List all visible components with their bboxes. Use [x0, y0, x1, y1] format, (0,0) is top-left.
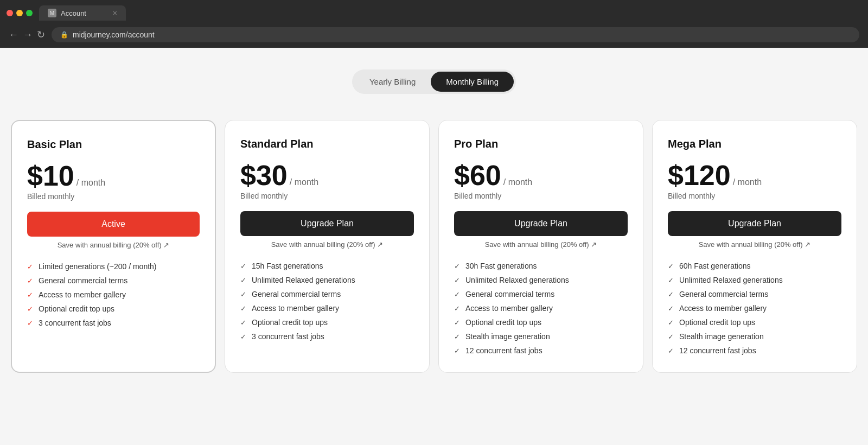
feature-text: General commercial terms	[252, 290, 341, 298]
feature-text: Unlimited Relaxed generations	[465, 276, 569, 284]
tab-close-button[interactable]: ×	[113, 9, 117, 17]
page-content: Yearly Billing Monthly Billing Basic Pla…	[0, 48, 868, 445]
tab-title: Account	[61, 9, 86, 17]
browser-chrome: M Account × ← → ↻ 🔒 midjourney.com/accou…	[0, 0, 868, 48]
billing-note: Billed monthly	[454, 192, 628, 200]
check-icon: ✓	[454, 347, 460, 355]
feature-item: ✓ Optional credit top ups	[454, 318, 628, 327]
plan-card-pro: Pro Plan $60 / month Billed monthly Upgr…	[438, 120, 643, 373]
check-icon: ✓	[668, 319, 674, 327]
feature-item: ✓ Access to member gallery	[27, 290, 200, 299]
feature-item: ✓ 3 concurrent fast jobs	[240, 332, 414, 341]
check-icon: ✓	[27, 305, 33, 313]
feature-item: ✓ 30h Fast generations	[454, 262, 628, 270]
close-traffic-light[interactable]	[7, 10, 13, 16]
feature-item: ✓ 15h Fast generations	[240, 262, 414, 270]
check-icon: ✓	[240, 304, 246, 313]
plans-grid: Basic Plan $10 / month Billed monthly Ac…	[11, 120, 857, 373]
plan-card-mega: Mega Plan $120 / month Billed monthly Up…	[652, 120, 857, 373]
check-icon: ✓	[454, 304, 460, 313]
feature-text: Access to member gallery	[679, 304, 767, 313]
back-button[interactable]: ←	[9, 30, 18, 40]
feature-item: ✓ Optional credit top ups	[668, 318, 841, 327]
feature-text: Optional credit top ups	[39, 304, 114, 313]
traffic-lights	[7, 10, 33, 16]
refresh-button[interactable]: ↻	[37, 30, 45, 40]
feature-item: ✓ 60h Fast generations	[668, 262, 841, 270]
browser-tab[interactable]: M Account ×	[39, 5, 126, 21]
price-amount: $120	[668, 161, 731, 189]
feature-item: ✓ General commercial terms	[454, 290, 628, 298]
check-icon: ✓	[27, 291, 33, 299]
price-amount: $10	[27, 162, 74, 190]
feature-text: Access to member gallery	[465, 304, 553, 313]
plan-button-pro[interactable]: Upgrade Plan	[454, 211, 628, 236]
feature-item: ✓ General commercial terms	[668, 290, 841, 298]
check-icon: ✓	[240, 262, 246, 270]
feature-item: ✓ General commercial terms	[240, 290, 414, 298]
check-icon: ✓	[240, 290, 246, 298]
price-amount: $60	[454, 161, 501, 189]
feature-item: ✓ Access to member gallery	[454, 304, 628, 313]
save-note: Save with annual billing (20% off) ↗	[668, 240, 841, 249]
feature-text: Optional credit top ups	[252, 318, 328, 327]
toggle-container: Yearly Billing Monthly Billing	[352, 69, 516, 94]
plan-price: $120 / month	[668, 161, 841, 189]
feature-item: ✓ Unlimited Relaxed generations	[240, 276, 414, 284]
feature-item: ✓ Stealth image generation	[454, 332, 628, 341]
feature-item: ✓ 12 concurrent fast jobs	[454, 346, 628, 355]
feature-text: General commercial terms	[465, 290, 554, 298]
monthly-billing-toggle[interactable]: Monthly Billing	[431, 72, 514, 92]
feature-text: General commercial terms	[39, 276, 127, 285]
tab-bar: M Account ×	[0, 0, 868, 22]
check-icon: ✓	[454, 290, 460, 298]
check-icon: ✓	[27, 277, 33, 285]
feature-text: Limited generations (~200 / month)	[39, 262, 157, 271]
minimize-traffic-light[interactable]	[16, 10, 23, 16]
plan-price: $60 / month	[454, 161, 628, 189]
maximize-traffic-light[interactable]	[26, 10, 33, 16]
feature-item: ✓ Unlimited Relaxed generations	[668, 276, 841, 284]
address-bar[interactable]: 🔒 midjourney.com/account	[52, 27, 859, 42]
plan-price: $10 / month	[27, 162, 200, 190]
check-icon: ✓	[27, 319, 33, 327]
tab-favicon: M	[48, 9, 56, 17]
plan-button-standard[interactable]: Upgrade Plan	[240, 211, 414, 236]
check-icon: ✓	[668, 333, 674, 341]
feature-item: ✓ 12 concurrent fast jobs	[668, 346, 841, 355]
plan-price: $30 / month	[240, 161, 414, 189]
price-period: / month	[76, 178, 105, 188]
price-period: / month	[503, 177, 532, 187]
save-note: Save with annual billing (20% off) ↗	[454, 240, 628, 249]
forward-button[interactable]: →	[23, 30, 33, 40]
check-icon: ✓	[668, 290, 674, 298]
feature-text: 12 concurrent fast jobs	[465, 346, 542, 355]
feature-text: Optional credit top ups	[679, 318, 755, 327]
feature-text: 30h Fast generations	[465, 262, 537, 270]
feature-item: ✓ Optional credit top ups	[240, 318, 414, 327]
features-list: ✓ 60h Fast generations ✓ Unlimited Relax…	[668, 262, 841, 355]
feature-text: Stealth image generation	[679, 332, 764, 341]
feature-text: 15h Fast generations	[252, 262, 323, 270]
check-icon: ✓	[240, 276, 246, 284]
features-list: ✓ 30h Fast generations ✓ Unlimited Relax…	[454, 262, 628, 355]
check-icon: ✓	[668, 304, 674, 313]
check-icon: ✓	[454, 333, 460, 341]
plan-button-basic[interactable]: Active	[27, 212, 200, 237]
check-icon: ✓	[668, 276, 674, 284]
plan-button-mega[interactable]: Upgrade Plan	[668, 211, 841, 236]
nav-buttons: ← → ↻	[9, 30, 45, 40]
check-icon: ✓	[454, 262, 460, 270]
feature-text: 3 concurrent fast jobs	[39, 319, 111, 327]
plan-name: Basic Plan	[27, 138, 200, 151]
feature-text: Access to member gallery	[252, 304, 339, 313]
feature-text: Stealth image generation	[465, 332, 550, 341]
feature-item: ✓ Limited generations (~200 / month)	[27, 262, 200, 271]
feature-text: 12 concurrent fast jobs	[679, 346, 756, 355]
feature-item: ✓ Stealth image generation	[668, 332, 841, 341]
check-icon: ✓	[240, 333, 246, 341]
yearly-billing-toggle[interactable]: Yearly Billing	[354, 72, 431, 92]
check-icon: ✓	[27, 263, 33, 271]
save-note: Save with annual billing (20% off) ↗	[27, 241, 200, 249]
feature-item: ✓ Unlimited Relaxed generations	[454, 276, 628, 284]
